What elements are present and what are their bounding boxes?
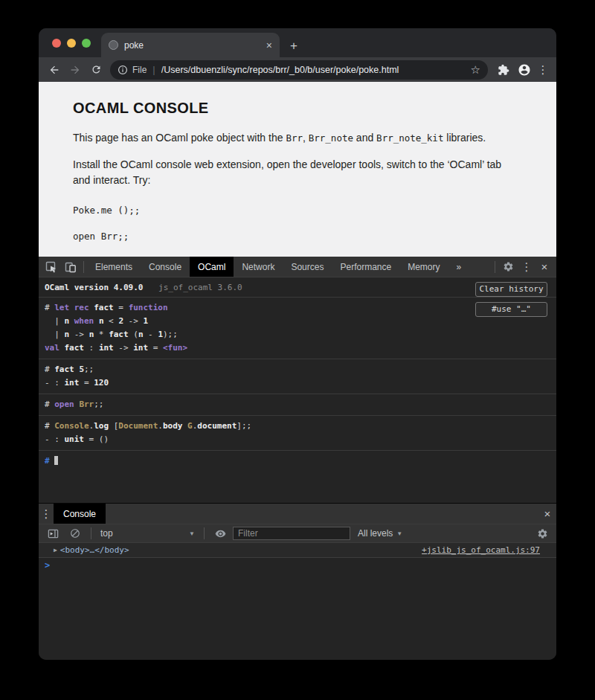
repl-token: * [94,330,109,339]
devtools-tab-elements[interactable]: Elements [87,257,141,277]
clear-history-button[interactable]: Clear history [475,282,547,297]
repl-token: 2 [118,316,123,326]
console-source-link[interactable]: +jslib_js_of_ocaml.js:97 [422,545,540,555]
url-text[interactable]: /Users/dbuenzli/sync/repos/brr/_b0/b/use… [161,65,463,75]
repl-token: G [187,421,193,431]
repl-token: 1 [158,330,163,339]
context-selector-value: top [100,528,184,539]
repl-token: . [158,421,163,431]
devtools-tab-performance[interactable]: Performance [332,257,399,277]
tab-favicon-icon [109,40,118,50]
new-tab-button[interactable]: + [280,39,308,54]
info-icon[interactable] [118,65,128,75]
repl-token: | [45,330,65,339]
device-toolbar-icon[interactable] [61,257,80,277]
tab-close-icon[interactable]: × [266,39,272,51]
devtools-tab-memory[interactable]: Memory [399,257,448,277]
close-window-button[interactable] [52,39,61,48]
repl-history[interactable]: # let rec fact = function | n when n < 2… [39,298,556,472]
repl-line: # [45,455,550,468]
repl-token: val [45,343,60,353]
page-intro-paragraph: This page has an OCaml poke object with … [73,130,519,146]
repl-token: # [45,399,54,409]
minimize-window-button[interactable] [67,39,76,48]
devtools-tab-network[interactable]: Network [234,257,283,277]
intro-text: libraries. [443,132,486,144]
toolbar-divider [204,527,205,539]
repl-token: int [133,343,148,353]
repl-token: # [45,456,54,466]
log-levels-dropdown[interactable]: All levels ▼ [353,528,407,539]
repl-token: 1 [144,316,149,326]
devtools-more-tabs-button[interactable]: » [448,262,470,272]
repl-token: ];; [237,421,251,431]
console-prompt[interactable]: > [39,558,556,573]
devtools-menu-dots-icon[interactable]: ⋮ [518,260,536,274]
repl-token: # [45,303,54,312]
repl-token: - : [45,434,65,444]
repl-token: n [138,330,144,339]
repl-token: [ [109,421,118,431]
drawer-close-icon[interactable]: × [538,507,556,520]
toolbar-divider [495,261,495,273]
repl-token: ;; [84,365,94,374]
browser-navbar: File | /Users/dbuenzli/sync/repos/brr/_b… [39,57,556,82]
clear-console-icon[interactable] [65,524,85,543]
repl-token: ( [129,330,138,339]
devtools-close-icon[interactable]: × [536,260,553,273]
repl-token: Document [118,421,158,431]
repl-token: fact [94,303,114,312]
use-file-button[interactable]: #use "…" [475,302,547,317]
repl-token: body [163,421,183,431]
drawer-tab-console[interactable]: Console [54,504,106,524]
repl-token: let [54,303,69,312]
repl-line: val fact : int -> int = <fun> [45,341,550,355]
zoom-window-button[interactable] [82,39,91,48]
console-settings-gear-icon[interactable] [533,524,552,543]
drawer-tab-bar: ⋮ Console × [39,504,556,524]
repl-token: # [45,421,54,431]
repl-line: - : unit = () [45,433,550,446]
extensions-puzzle-icon[interactable] [494,60,513,80]
console-sidebar-icon[interactable] [43,524,62,543]
devtools-tab-sources[interactable]: Sources [283,257,332,277]
context-selector-dropdown[interactable]: top ▼ [97,528,198,539]
code-line: open Brr;; [73,231,519,242]
repl-token [69,303,74,312]
page-content: OCAML CONSOLE This page has an OCaml pok… [39,82,556,257]
repl-token: fact [65,343,85,353]
drawer-menu-dots-icon[interactable]: ⋮ [39,507,54,521]
address-bar[interactable]: File | /Users/dbuenzli/sync/repos/brr/_b… [110,60,488,80]
repl-token: Console [54,421,89,431]
log-levels-value: All levels [358,528,393,539]
ocaml-panel[interactable]: Clear history #use "…" OCaml version 4.0… [39,277,556,503]
console-message-text[interactable]: <body>…</body> [60,545,129,555]
live-expression-eye-icon[interactable] [210,524,230,543]
reload-icon[interactable] [86,60,106,80]
filter-input[interactable] [233,527,350,540]
expand-triangle-icon[interactable]: ▶ [54,547,57,553]
toolbar-divider [91,527,91,539]
profile-avatar-icon[interactable] [515,60,534,80]
devtools-settings-gear-icon[interactable] [498,257,518,277]
repl-token: int [99,343,114,353]
browser-menu-icon[interactable]: ⋮ [536,63,550,77]
bookmark-star-icon[interactable]: ☆ [468,63,480,77]
console-empty-area[interactable] [39,573,556,660]
repl-token [94,316,99,326]
inline-code: Brr_note [309,132,353,144]
repl-token: - : [45,378,65,388]
devtools-tab-console[interactable]: Console [141,257,190,277]
page-code-samples: Poke.me ();;open Brr;;Console.log [Docum… [73,205,519,257]
page-title: OCAML CONSOLE [73,100,519,117]
repl-token: = [114,303,129,312]
browser-tab[interactable]: poke × [101,33,280,57]
forward-icon[interactable] [65,60,85,80]
devtools-tab-ocaml[interactable]: OCaml [190,257,234,277]
inspect-element-icon[interactable] [42,257,61,277]
repl-line: | n -> n * fact (n - 1);; [45,328,550,341]
url-separator: | [151,64,156,75]
console-message-row[interactable]: ▶ <body>…</body> +jslib_js_of_ocaml.js:9… [39,543,556,558]
devtools-tabs: ElementsConsoleOCamlNetworkSourcesPerfor… [87,257,448,277]
back-icon[interactable] [45,60,64,80]
